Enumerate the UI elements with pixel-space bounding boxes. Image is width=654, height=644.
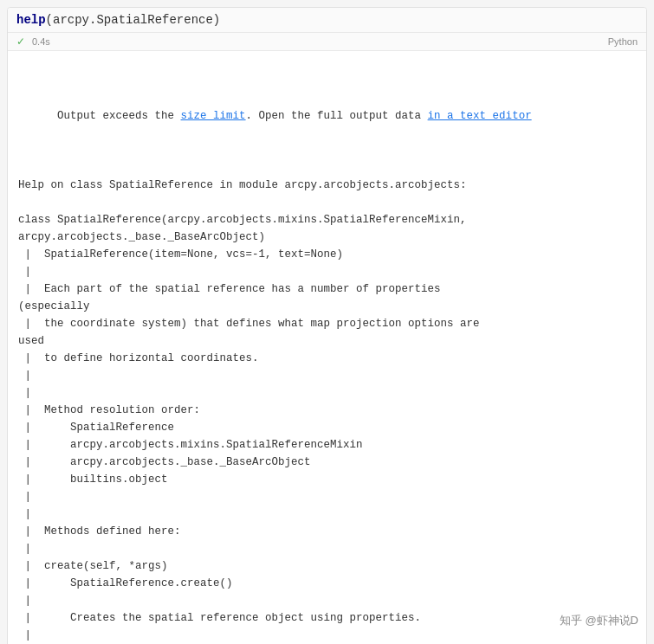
cell-timing: 0.4s — [32, 36, 50, 47]
language-badge: Python — [608, 36, 638, 47]
keyword-help: help — [16, 13, 46, 27]
cell-input-code: help(arcpy.SpatialReference) — [16, 13, 220, 27]
size-limit-link[interactable]: size limit — [181, 110, 246, 122]
input-argument: arcpy.SpatialReference — [53, 13, 213, 27]
notice-text-before: Output exceeds the — [57, 110, 181, 122]
text-editor-link[interactable]: in a text editor — [428, 110, 532, 122]
notice-text-mid: . Open the full output data — [246, 110, 428, 122]
check-icon: ✓ — [16, 35, 25, 48]
cell-meta-bar: ✓ 0.4s Python — [8, 33, 646, 51]
cell-input-bar: help(arcpy.SpatialReference) — [8, 8, 646, 33]
output-notice: Output exceeds the size limit. Open the … — [18, 93, 636, 141]
open-paren: ( — [46, 13, 53, 27]
close-paren: ) — [213, 13, 220, 27]
notebook-cell: help(arcpy.SpatialReference) ✓ 0.4s Pyth… — [7, 7, 647, 644]
output-main-text: Help on class SpatialReference in module… — [18, 177, 636, 644]
watermark: 知乎 @虾神说D — [560, 613, 638, 628]
cell-output-area: Output exceeds the size limit. Open the … — [8, 51, 646, 644]
